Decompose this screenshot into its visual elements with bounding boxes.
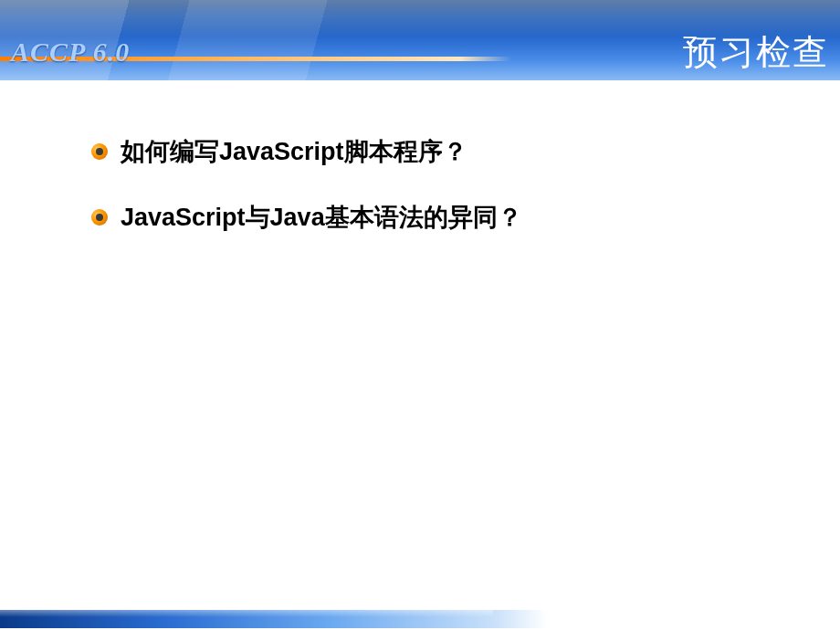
slide-title: 预习检查 bbox=[683, 29, 829, 76]
bullet-text: JavaScript与Java基本语法的异同？ bbox=[121, 201, 522, 234]
slide-footer-bar bbox=[0, 610, 548, 628]
slide-content: 如何编写JavaScript脚本程序？ JavaScript与Java基本语法的… bbox=[0, 80, 840, 234]
bullet-item: 如何编写JavaScript脚本程序？ bbox=[91, 135, 794, 168]
bullet-icon bbox=[91, 209, 108, 226]
bullet-item: JavaScript与Java基本语法的异同？ bbox=[91, 201, 794, 234]
bullet-icon bbox=[91, 143, 108, 160]
bullet-text: 如何编写JavaScript脚本程序？ bbox=[121, 135, 467, 168]
slide-header: ACCP 6.0 预习检查 bbox=[0, 0, 840, 80]
brand-logo: ACCP 6.0 bbox=[11, 37, 130, 68]
